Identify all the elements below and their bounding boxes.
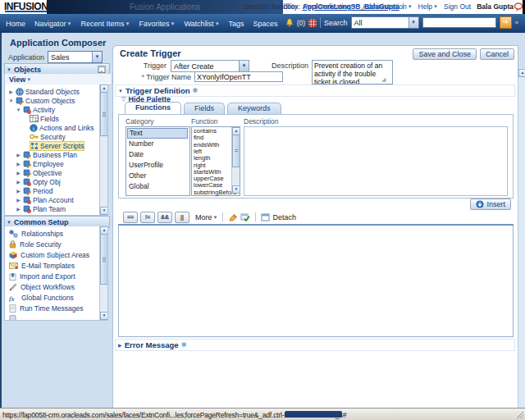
category-option-text[interactable]: Text bbox=[127, 128, 188, 139]
trigger-select[interactable]: After Create ▼ bbox=[171, 60, 249, 72]
common-list-scrollbar[interactable]: ▲ ▼ bbox=[99, 226, 107, 320]
expand-icon[interactable]: ▶ bbox=[16, 179, 21, 185]
tab-keywords[interactable]: Keywords bbox=[227, 103, 281, 114]
tree-item-business-plan[interactable]: ▶ Business Plan bbox=[16, 150, 77, 159]
more-menu[interactable]: More▼ bbox=[195, 213, 217, 221]
expand-icon[interactable]: ▶ bbox=[118, 342, 122, 348]
list-item-global-functions[interactable]: fx Global Functions bbox=[9, 293, 74, 303]
chevron-down-icon[interactable]: ▼ bbox=[239, 61, 249, 71]
expand-icon[interactable]: ▶ bbox=[16, 152, 21, 158]
tree-item-plan-team[interactable]: ▶ Plan Team bbox=[16, 204, 66, 213]
error-message-header[interactable]: ▶ Error Message ✻ bbox=[115, 339, 515, 351]
list-item-import-and-export[interactable]: Import and Export bbox=[9, 272, 75, 281]
expand-icon[interactable]: ▶ bbox=[16, 197, 21, 203]
category-option-number[interactable]: Number bbox=[127, 139, 189, 149]
nav-watchlist[interactable]: Watchlist▼ bbox=[184, 20, 219, 28]
operator-and-button[interactable]: && bbox=[158, 212, 172, 223]
validate-icon[interactable] bbox=[240, 212, 250, 222]
tree-item-actions-and-links[interactable]: i Actions and Links bbox=[30, 123, 94, 132]
tree-item-security[interactable]: Security bbox=[30, 132, 66, 141]
collapse-icon[interactable]: ▼ bbox=[7, 220, 11, 225]
tree-item-employee[interactable]: ▶ Employee bbox=[16, 159, 64, 168]
new-object-icon[interactable]: ★ bbox=[98, 65, 107, 74]
list-item-email-templates[interactable]: E-Mail Templates bbox=[9, 261, 75, 271]
trigger-name-input[interactable] bbox=[194, 71, 283, 82]
collapse-icon[interactable]: ▼ bbox=[8, 98, 14, 103]
expand-icon[interactable]: ▶ bbox=[16, 161, 21, 167]
expand-icon[interactable]: ▶ bbox=[16, 206, 21, 212]
save-and-close-button[interactable]: Save and Close bbox=[413, 48, 477, 60]
search-input[interactable] bbox=[422, 17, 496, 28]
nav-tags[interactable]: Tags bbox=[229, 20, 244, 28]
cancel-button[interactable]: Cancel bbox=[480, 48, 514, 60]
tree-item-activity[interactable]: ▼ Activity bbox=[16, 105, 55, 114]
function-option[interactable]: substringBefore bbox=[194, 189, 237, 196]
erase-icon[interactable] bbox=[228, 212, 238, 222]
collapse-icon[interactable]: ▼ bbox=[7, 67, 11, 72]
list-item-partial[interactable] bbox=[9, 314, 16, 321]
tree-item-period[interactable]: ▶ Period bbox=[16, 186, 53, 195]
chevron-down-icon[interactable]: ▼ bbox=[92, 52, 102, 62]
scroll-down-icon[interactable]: ▼ bbox=[100, 207, 108, 215]
nav-favorites[interactable]: Favorites▼ bbox=[139, 20, 175, 28]
list-item-custom-subject-areas[interactable]: Custom Subject Areas bbox=[9, 250, 89, 260]
operator-or-button[interactable]: || bbox=[175, 212, 189, 223]
expand-icon[interactable]: ▶ bbox=[16, 170, 21, 176]
scrollbar-thumb[interactable] bbox=[100, 92, 108, 136]
nav-navigator[interactable]: Navigator▼ bbox=[34, 20, 71, 28]
application-select[interactable]: Sales ▼ bbox=[48, 51, 103, 63]
category-option-global[interactable]: Global bbox=[127, 181, 189, 192]
page-scrollbar[interactable]: ▲ ▼ bbox=[518, 68, 525, 420]
scrollbar-thumb[interactable] bbox=[100, 234, 108, 285]
sign-out-link[interactable]: Sign Out bbox=[444, 2, 471, 11]
insert-button[interactable]: Insert bbox=[470, 199, 511, 210]
tree-item-fields[interactable]: 12 Fields bbox=[30, 114, 59, 123]
list-item-object-workflows[interactable]: Object Workflows bbox=[9, 282, 75, 292]
personalization-menu[interactable]: Personalization▼ bbox=[304, 2, 357, 11]
nav-recent-items[interactable]: Recent Items▼ bbox=[81, 20, 130, 28]
alerts-bell-icon[interactable] bbox=[285, 18, 294, 27]
tree-item-standard-objects[interactable]: ▶ Standard Objects bbox=[8, 87, 80, 96]
nav-spaces[interactable]: Spaces bbox=[253, 20, 278, 28]
view-menu[interactable]: View▼ bbox=[9, 75, 31, 84]
list-item-relationships[interactable]: Relationships bbox=[9, 229, 63, 239]
tree-item-custom-objects[interactable]: ▼ Custom Objects bbox=[8, 96, 75, 105]
window-resize-grip-icon[interactable] bbox=[516, 411, 524, 419]
expand-icon[interactable]: ▶ bbox=[8, 89, 14, 94]
operator-not-equals-button[interactable]: != bbox=[140, 212, 155, 223]
accessibility-link[interactable]: Accessibility bbox=[259, 2, 297, 11]
search-go-button[interactable]: ➔ bbox=[500, 16, 512, 29]
apps-grid-icon[interactable] bbox=[308, 19, 317, 27]
search-scope-select[interactable]: All ▼ bbox=[351, 16, 419, 29]
nav-home[interactable]: Home bbox=[6, 20, 25, 28]
detach-button[interactable]: Detach bbox=[261, 213, 296, 221]
list-item-role-security[interactable]: Role Security bbox=[9, 240, 62, 249]
administration-menu[interactable]: Administration▼ bbox=[363, 2, 413, 11]
category-option-other[interactable]: Other bbox=[127, 171, 189, 181]
collapse-icon[interactable]: ▼ bbox=[118, 89, 123, 94]
function-list-scrollbar[interactable]: ▲ ▼ bbox=[231, 127, 240, 194]
trigger-definition-header[interactable]: ▼ Trigger Definition ✻ bbox=[115, 84, 515, 97]
help-menu[interactable]: Help▼ bbox=[418, 2, 438, 11]
tree-item-opty-obj[interactable]: ▶ Opty Obj bbox=[16, 177, 61, 186]
tab-fields[interactable]: Fields bbox=[184, 103, 225, 114]
scroll-down-icon[interactable]: ▼ bbox=[232, 185, 240, 194]
operator-equals-button[interactable]: == bbox=[123, 212, 138, 223]
expand-icon[interactable]: ▶ bbox=[16, 188, 21, 194]
svg-text:i: i bbox=[33, 125, 34, 131]
tree-item-plan-account[interactable]: ▶ Plan Account bbox=[16, 195, 74, 204]
tab-functions[interactable]: Functions bbox=[125, 102, 181, 114]
resize-grip-icon[interactable]: ◢ bbox=[381, 76, 386, 83]
overflow-chevrons-icon[interactable]: » bbox=[515, 19, 518, 26]
scroll-down-icon[interactable]: ▼ bbox=[100, 312, 108, 320]
scrollbar-thumb[interactable] bbox=[232, 135, 240, 167]
list-item-run-time-messages[interactable]: Run Time Messages bbox=[9, 304, 83, 313]
scroll-up-icon[interactable]: ▲ bbox=[518, 69, 525, 77]
tree-scrollbar[interactable]: ▲ ▼ bbox=[99, 84, 107, 215]
category-option-date[interactable]: Date bbox=[127, 149, 189, 160]
collapse-icon[interactable]: ▼ bbox=[16, 107, 21, 112]
category-option-userprofile[interactable]: UserProfile bbox=[127, 160, 189, 171]
tree-item-objective[interactable]: ▶ Objective bbox=[16, 168, 62, 177]
script-editor[interactable] bbox=[118, 224, 514, 337]
chevron-down-icon[interactable]: ▼ bbox=[409, 17, 418, 28]
